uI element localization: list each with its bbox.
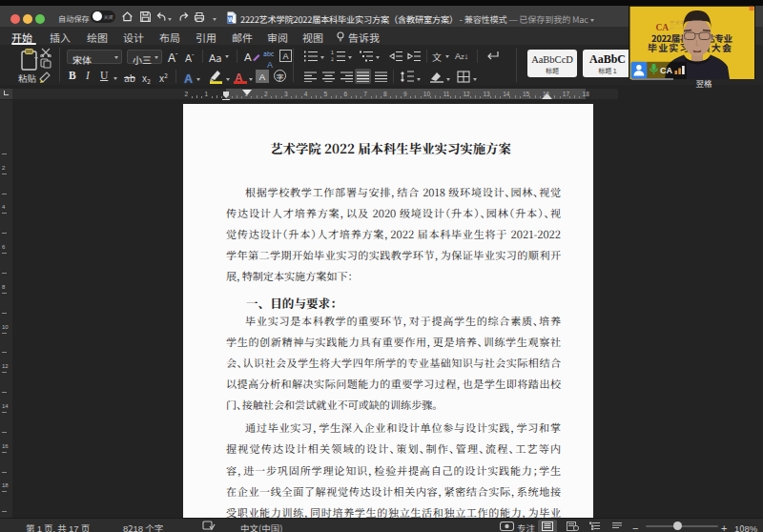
svg-text:W: W (228, 16, 235, 23)
svg-text:CA: CA (660, 66, 672, 75)
svg-text:2: 2 (331, 55, 334, 62)
